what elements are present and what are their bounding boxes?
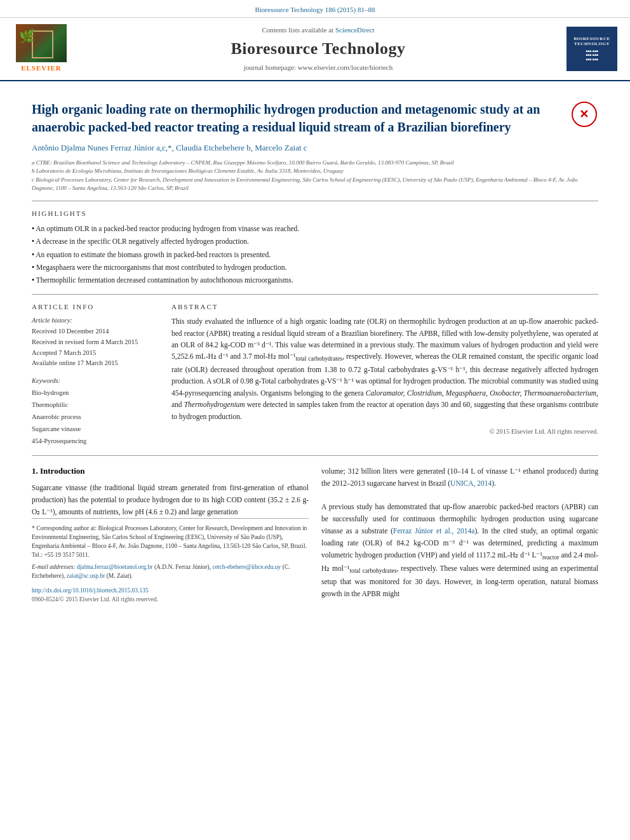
highlights-section: HIGHLIGHTS An optimum OLR in a packed-be…: [32, 209, 598, 286]
keyword-4: Sugarcane vinasse: [32, 423, 159, 436]
email-name-1: (A.D.N. Ferraz Júnior),: [154, 564, 211, 570]
affiliation-b: b Laboratorio de Ecología Microbiana, In…: [32, 167, 598, 176]
received-date: Received 10 December 2014: [32, 326, 159, 337]
email-label: E-mail addresses:: [32, 564, 77, 570]
highlight-item-2: A decrease in the specific OLR negativel…: [32, 235, 598, 248]
sciencedirect-link[interactable]: ScienceDirect: [335, 26, 375, 34]
abstract-heading: ABSTRACT: [171, 302, 598, 312]
journal-homepage: journal homepage: www.elsevier.com/locat…: [83, 63, 554, 72]
abstract-col: ABSTRACT This study evaluated the influe…: [171, 302, 598, 448]
intro-heading: 1. Introduction: [32, 465, 309, 477]
highlights-heading: HIGHLIGHTS: [32, 209, 598, 218]
right-para-1: volume; 312 billion liters were generate…: [321, 465, 598, 490]
body-two-col: 1. Introduction Sugarcane vinasse (the t…: [32, 465, 598, 604]
article-title-section: High organic loading rate on thermophili…: [32, 100, 598, 136]
divider-1: [32, 201, 598, 201]
article-title: High organic loading rate on thermophili…: [32, 100, 598, 136]
journal-banner: ELSEVIER Contents lists available at Sci…: [0, 18, 630, 81]
email-name-3: (M. Zaiat).: [107, 573, 133, 579]
footnote-text: * Corresponding author at: Biological Pr…: [32, 524, 309, 581]
elsevier-logo-image: [16, 24, 67, 62]
crossmark-icon: ✕: [572, 102, 597, 127]
bioresource-logo-text: BIORESOURCE TECHNOLOGY ■■■ ■■■■■■ ■■■■■■…: [573, 36, 610, 62]
doi-section: http://dx.doi.org/10.1016/j.biortech.201…: [32, 584, 309, 596]
highlights-list: An optimum OLR in a packed-bed reactor p…: [32, 222, 598, 286]
keywords-label: Keywords:: [32, 375, 159, 387]
divider-3: [32, 455, 598, 456]
two-col-info-abstract: ARTICLE INFO Article history: Received 1…: [32, 302, 598, 448]
doi-link[interactable]: http://dx.doi.org/10.1016/j.biortech.201…: [32, 587, 149, 594]
banner-center: Contents lists available at ScienceDirec…: [70, 25, 566, 73]
article-info-col: ARTICLE INFO Article history: Received 1…: [32, 302, 159, 448]
keyword-1: Bio-hydrogen: [32, 387, 159, 399]
intro-para-1: Sugarcane vinasse (the traditional liqui…: [32, 482, 309, 518]
journal-reference-bar: Bioresource Technology 186 (2015) 81–88: [0, 0, 630, 18]
keyword-2: Thermophilic: [32, 399, 159, 411]
journal-title-banner: Bioresource Technology: [83, 37, 554, 60]
affiliation-a: a CTBE: Brazilian Bioethanol Science and…: [32, 159, 598, 168]
keyword-5: 454-Pyrosequencing: [32, 436, 159, 448]
highlight-item-1: An optimum OLR in a packed-bed reactor p…: [32, 222, 598, 235]
journal-ref-text: Bioresource Technology 186 (2015) 81–88: [255, 6, 375, 13]
keyword-3: Anaerobic process: [32, 411, 159, 423]
corresponding-author-note: * Corresponding author at: Biological Pr…: [32, 524, 309, 560]
copyright-line: © 2015 Elsevier Ltd. All rights reserved…: [171, 427, 598, 437]
body-left-col: 1. Introduction Sugarcane vinasse (the t…: [32, 465, 309, 604]
main-content: High organic loading rate on thermophili…: [0, 81, 630, 614]
issn-line: 0960-8524/© 2015 Elsevier Ltd. All right…: [32, 596, 309, 604]
right-para-2: A previous study has demonstrated that u…: [321, 501, 598, 600]
abstract-text: This study evaluated the influence of a …: [171, 316, 598, 422]
article-info-heading: ARTICLE INFO: [32, 302, 159, 312]
email-line: E-mail addresses: djalma.ferraz@bioetano…: [32, 563, 309, 581]
unica-ref[interactable]: UNICA, 2014: [450, 479, 492, 487]
article-history: Article history: Received 10 December 20…: [32, 316, 159, 369]
affiliation-c: c Biological Processes Laboratory, Cente…: [32, 176, 598, 193]
available-date: Available online 17 March 2015: [32, 358, 159, 369]
divider-2: [32, 294, 598, 295]
elsevier-name: ELSEVIER: [21, 63, 62, 73]
footnote-section: * Corresponding author at: Biological Pr…: [32, 518, 309, 604]
email-link-2[interactable]: cetch-ebehere@iibce.edu.uy: [212, 564, 281, 570]
bioresource-logo-right: BIORESOURCE TECHNOLOGY ■■■ ■■■■■■ ■■■■■■…: [566, 27, 617, 71]
keywords-section: Keywords: Bio-hydrogen Thermophilic Anae…: [32, 375, 159, 447]
elsevier-logo: ELSEVIER: [13, 24, 70, 73]
ferraz-ref[interactable]: Ferraz Júnior et al., 2014a: [393, 527, 474, 535]
contents-line: Contents lists available at ScienceDirec…: [83, 25, 554, 35]
highlight-item-3: An equation to estimate the biomass grow…: [32, 248, 598, 261]
highlight-item-4: Megasphaera were the microorganisms that…: [32, 261, 598, 274]
history-label: Article history:: [32, 316, 159, 326]
email-link-1[interactable]: djalma.ferraz@bioetanol.org.br: [77, 564, 153, 570]
highlight-item-5: Thermophilic fermentation decreased cont…: [32, 274, 598, 286]
authors-line: Antônio Djalma Nunes Ferraz Júnior a,c,*…: [32, 142, 598, 154]
email-link-3[interactable]: zaiat@sc.usp.br: [67, 573, 105, 579]
body-right-col: volume; 312 billion liters were generate…: [321, 465, 598, 604]
crossmark: ✕: [570, 100, 598, 129]
accepted-date: Accepted 7 March 2015: [32, 348, 159, 359]
affiliations: a CTBE: Brazilian Bioethanol Science and…: [32, 159, 598, 193]
revised-date: Received in revised form 4 March 2015: [32, 337, 159, 348]
